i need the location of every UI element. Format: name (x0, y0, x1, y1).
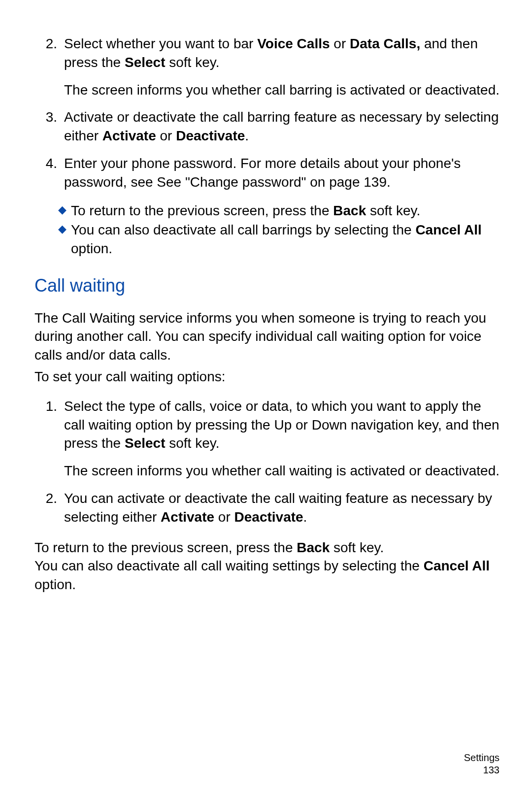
call-barring-steps: 2.Select whether you want to bar Voice C… (34, 34, 502, 192)
call-waiting-closing: To return to the previous screen, press … (34, 538, 502, 594)
list-item: 3.Activate or deactivate the call barrin… (34, 108, 502, 145)
note-item: ◆To return to the previous screen, press… (34, 201, 502, 220)
list-item: 2.You can activate or deactivate the cal… (34, 489, 502, 527)
emphasis: Back (297, 540, 330, 555)
list-text: Enter your phone password. For more deta… (64, 154, 502, 192)
diamond-icon: ◆ (58, 201, 71, 220)
emphasis: Voice Calls (257, 36, 330, 51)
emphasis: Cancel All (424, 558, 490, 573)
emphasis: Cancel All (415, 222, 481, 237)
emphasis: Deactivate (234, 509, 303, 525)
emphasis: Activate (161, 509, 214, 525)
list-number: 4. (34, 154, 64, 192)
list-text: Select whether you want to bar Voice Cal… (64, 34, 502, 99)
note-item: ◆You can also deactivate all call barrin… (34, 221, 502, 258)
emphasis: Deactivate (176, 128, 245, 143)
list-sub-paragraph: The screen informs you whether call barr… (64, 81, 502, 100)
call-waiting-intro: The Call Waiting service informs you whe… (34, 309, 502, 365)
footer-page-number: 133 (464, 764, 499, 776)
list-text: Select the type of calls, voice or data,… (64, 397, 502, 480)
emphasis: Select (125, 435, 166, 451)
footer-section-label: Settings (464, 752, 499, 764)
list-item: 1.Select the type of calls, voice or dat… (34, 397, 502, 480)
note-text: You can also deactivate all call barring… (71, 221, 502, 258)
section-heading-call-waiting: Call waiting (34, 274, 502, 298)
call-waiting-steps: 1.Select the type of calls, voice or dat… (34, 397, 502, 527)
closing-line-1: To return to the previous screen, press … (34, 538, 502, 557)
diamond-icon: ◆ (58, 221, 71, 258)
list-number: 3. (34, 108, 64, 145)
list-sub-paragraph: The screen informs you whether call wait… (64, 462, 502, 480)
emphasis: Select (125, 55, 166, 70)
list-item: 2.Select whether you want to bar Voice C… (34, 34, 502, 99)
emphasis: Back (333, 203, 366, 218)
emphasis: Data Calls, (350, 36, 420, 51)
closing-line-2: You can also deactivate all call waiting… (34, 557, 502, 594)
emphasis: Activate (102, 128, 156, 143)
note-text: To return to the previous screen, press … (71, 201, 502, 220)
call-barring-notes: ◆To return to the previous screen, press… (34, 201, 502, 258)
list-item: 4.Enter your phone password. For more de… (34, 154, 502, 192)
list-number: 2. (34, 34, 64, 99)
call-waiting-intro-2: To set your call waiting options: (34, 367, 502, 386)
list-number: 2. (34, 489, 64, 527)
manual-page: 2.Select whether you want to bar Voice C… (0, 0, 532, 798)
page-footer: Settings 133 (464, 752, 499, 776)
list-text: You can activate or deactivate the call … (64, 489, 502, 527)
list-text: Activate or deactivate the call barring … (64, 108, 502, 145)
list-number: 1. (34, 397, 64, 480)
